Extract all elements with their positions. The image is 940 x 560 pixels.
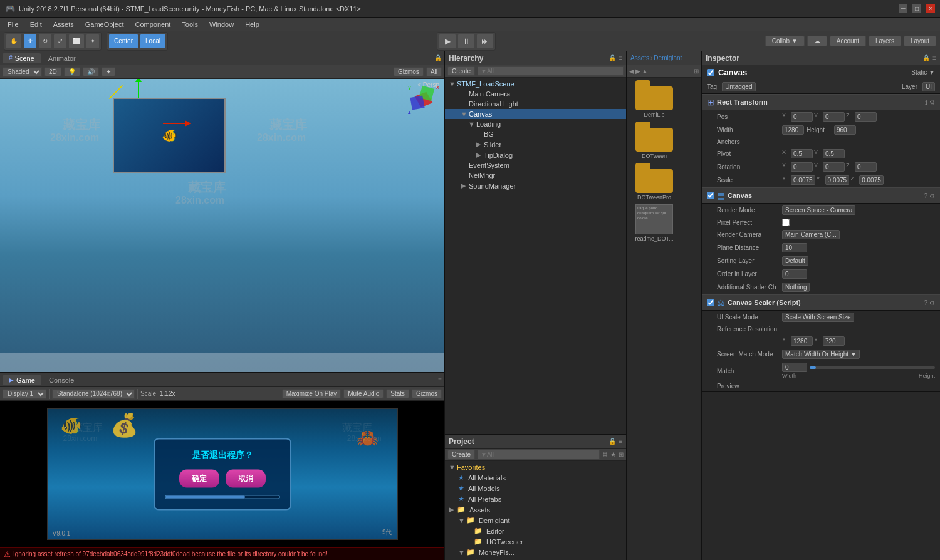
pos-x[interactable]: 0	[791, 112, 813, 122]
layers-btn[interactable]: Layers	[869, 36, 901, 46]
pivot-y[interactable]: 0.5	[823, 149, 845, 158]
project-menu-icon[interactable]: ≡	[619, 438, 622, 445]
gizmos-btn[interactable]: Gizmos	[394, 67, 424, 76]
tool-move[interactable]: ✛	[23, 34, 37, 49]
project-assets-root[interactable]: ▶ 📁 Assets	[445, 504, 626, 515]
project-search[interactable]	[478, 450, 600, 459]
rt-settings-icon[interactable]: ⚙	[929, 99, 935, 106]
menu-file[interactable]: File	[3, 19, 24, 29]
pivot-center-btn[interactable]: Center	[108, 34, 138, 49]
scale-z[interactable]: 0.0075	[859, 175, 884, 185]
inspector-menu-icon[interactable]: ≡	[932, 54, 936, 61]
maximize-on-play-btn[interactable]: Maximize On Play	[282, 389, 342, 398]
stats-btn[interactable]: Stats	[386, 389, 409, 398]
hierarchy-item-main-camera[interactable]: Main Camera	[445, 89, 626, 99]
canvas-active-checkbox[interactable]	[707, 192, 714, 199]
dialog-confirm-btn[interactable]: 确定	[179, 470, 219, 488]
screen-match-dropdown[interactable]: Match Width Or Height ▼	[782, 350, 860, 359]
project-tool-icon-3[interactable]: ⊞	[619, 451, 624, 458]
pos-z[interactable]: 0	[855, 112, 877, 122]
project-demigiant[interactable]: ▼ 📁 Demigiant	[445, 515, 626, 526]
order-in-layer-val[interactable]: 0	[782, 269, 807, 279]
scene-fx-btn[interactable]: ✦	[102, 67, 115, 76]
layout-btn[interactable]: Layout	[904, 36, 936, 46]
collab-btn[interactable]: Collab ▼	[765, 36, 805, 46]
ref-res-x[interactable]: 1280	[791, 336, 813, 346]
breadcrumb-assets[interactable]: Assets	[630, 54, 649, 61]
layer-value[interactable]: UI	[922, 82, 935, 91]
shading-mode-select[interactable]: Shaded	[3, 67, 42, 77]
hierarchy-scene-root[interactable]: ▼ STMF_LoadScene	[445, 79, 626, 89]
maximize-btn[interactable]: □	[912, 4, 921, 13]
scaler-help-icon[interactable]: ?	[924, 299, 927, 306]
tool-scale[interactable]: ⤢	[53, 34, 67, 49]
menu-window[interactable]: Window	[204, 19, 239, 29]
pause-btn[interactable]: ⏸	[457, 34, 475, 49]
project-fav-all-mat[interactable]: ★ All Materials	[445, 472, 626, 483]
scale-y[interactable]: 0.0075	[825, 175, 850, 185]
project-lock-icon[interactable]: 🔒	[608, 438, 616, 445]
object-active-checkbox[interactable]	[707, 69, 714, 76]
tab-scene[interactable]: # Scene	[3, 53, 41, 63]
hierarchy-item-netmngr[interactable]: NetMngr	[445, 170, 626, 180]
hierarchy-item-loading[interactable]: ▼ Loading	[445, 119, 626, 129]
breadcrumb-demigiant[interactable]: Demigiant	[654, 54, 682, 61]
hierarchy-create-btn[interactable]: Create	[447, 66, 475, 76]
canvas-scaler-header[interactable]: ⚖ Canvas Scaler (Script) ? ⚙	[702, 294, 940, 311]
account-btn[interactable]: Account	[830, 36, 866, 46]
canvas-scaler-checkbox[interactable]	[707, 299, 714, 306]
bottom-lock-icon[interactable]: ≡	[438, 376, 442, 383]
hierarchy-item-bg[interactable]: BG	[445, 129, 626, 139]
asset-dotweenpro[interactable]: DOTweenPro	[629, 163, 679, 200]
ui-scale-mode-dropdown[interactable]: Scale With Screen Size	[782, 313, 854, 322]
pixel-perfect-checkbox[interactable]	[782, 219, 790, 226]
canvas-settings-icon[interactable]: ⚙	[929, 192, 935, 199]
game-view[interactable]: 🐠 🦀 💰 藏宝库 28xin.com 藏宝库 28xin.com	[0, 401, 444, 547]
scene-all-btn[interactable]: All	[426, 67, 442, 76]
tab-console[interactable]: Console	[43, 375, 80, 385]
rot-y[interactable]: 0	[823, 162, 845, 172]
pos-y[interactable]: 0	[823, 112, 845, 122]
resolution-select[interactable]: Standalone (1024x768)	[52, 389, 135, 399]
render-mode-dropdown[interactable]: Screen Space - Camera	[782, 205, 855, 215]
pivot-x[interactable]: 0.5	[791, 149, 813, 158]
project-tool-icon-1[interactable]: ⚙	[602, 451, 608, 458]
tab-animator[interactable]: Animator	[42, 53, 82, 63]
project-favorites[interactable]: ▼ Favorites	[445, 462, 626, 472]
menu-help[interactable]: Help	[240, 19, 264, 29]
hierarchy-search[interactable]	[478, 66, 624, 76]
match-slider[interactable]	[810, 366, 935, 369]
assets-up-icon[interactable]: ▲	[642, 68, 648, 75]
assets-view-icon[interactable]: ⊞	[694, 68, 699, 75]
tool-multi[interactable]: ✦	[86, 34, 100, 49]
scene-lock-icon[interactable]: 🔒	[434, 54, 442, 61]
menu-tools[interactable]: Tools	[177, 19, 203, 29]
scale-x[interactable]: 0.0075	[791, 175, 815, 185]
step-btn[interactable]: ⏭	[476, 34, 494, 49]
scene-audio-btn[interactable]: 🔊	[83, 67, 99, 76]
project-fav-all-model[interactable]: ★ All Models	[445, 483, 626, 494]
static-label[interactable]: Static ▼	[911, 69, 935, 76]
match-val[interactable]: 0	[782, 363, 807, 372]
scene-light-btn[interactable]: 💡	[64, 67, 80, 76]
hierarchy-item-tipdialog[interactable]: ▶ TipDialog	[445, 150, 626, 160]
hierarchy-item-slider[interactable]: ▶ Slider	[445, 139, 626, 150]
rot-x[interactable]: 0	[791, 162, 813, 172]
display-select[interactable]: Display 1	[3, 389, 46, 399]
menu-edit[interactable]: Edit	[25, 19, 47, 29]
hierarchy-item-canvas[interactable]: ▼ Canvas	[445, 109, 626, 119]
project-create-btn[interactable]: Create	[447, 450, 475, 459]
hierarchy-lock-icon[interactable]: 🔒	[608, 54, 616, 61]
rot-z[interactable]: 0	[855, 162, 877, 172]
height-val[interactable]: 960	[834, 125, 856, 135]
hierarchy-item-eventsystem[interactable]: EventSystem	[445, 160, 626, 170]
menu-component[interactable]: Component	[130, 19, 175, 29]
scaler-settings-icon[interactable]: ⚙	[929, 299, 935, 306]
project-fav-all-prefab[interactable]: ★ All Prefabs	[445, 494, 626, 504]
project-hotweener[interactable]: 📁 HOTweener	[445, 536, 626, 547]
tool-hand[interactable]: ✋	[6, 34, 22, 49]
play-btn[interactable]: ▶	[439, 34, 456, 49]
scene-view[interactable]: 藏宝库 28xin.com 藏宝库 28xin.com 藏宝库 28xin.co…	[0, 79, 444, 372]
render-camera-dropdown[interactable]: Main Camera (C...	[782, 230, 840, 239]
tool-rotate[interactable]: ↻	[38, 34, 52, 49]
